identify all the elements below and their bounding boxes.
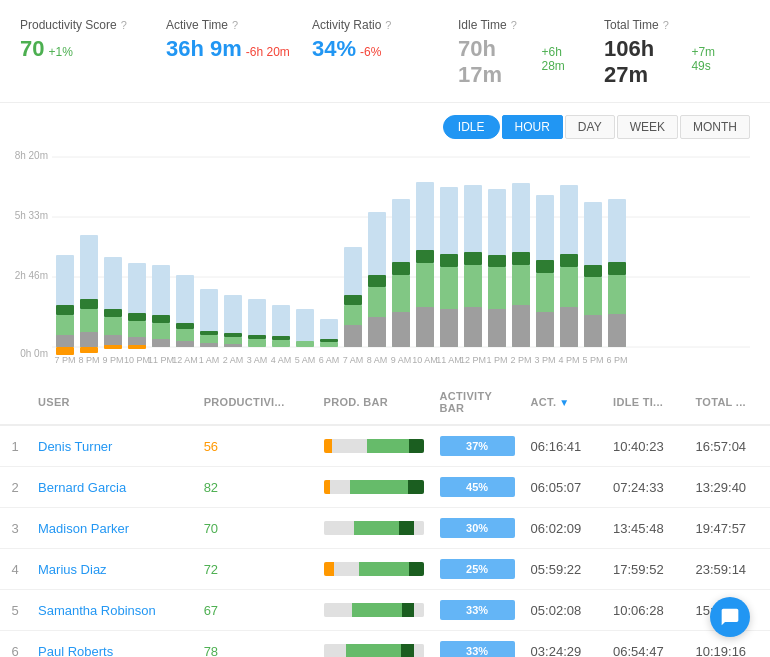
stat-active-time-label: Active Time ? xyxy=(166,18,292,32)
svg-text:9 PM: 9 PM xyxy=(102,355,123,365)
user-name-link[interactable]: Bernard Garcia xyxy=(38,480,126,495)
row-number: 6 xyxy=(0,631,30,658)
th-active-time[interactable]: ACT. ▼ xyxy=(523,380,605,425)
th-activity-bar: ACTIVITY BAR xyxy=(432,380,523,425)
idle-time-value: 10:06:28 xyxy=(605,590,687,631)
user-name-link[interactable]: Madison Parker xyxy=(38,521,129,536)
svg-rect-17 xyxy=(80,347,98,353)
svg-text:7 AM: 7 AM xyxy=(343,355,364,365)
svg-text:12 AM: 12 AM xyxy=(172,355,198,365)
users-table: USER PRODUCTIVI... PROD. BAR ACTIVITY BA… xyxy=(0,380,770,657)
svg-text:0h 0m: 0h 0m xyxy=(20,348,48,359)
active-time-value: 03:24:29 xyxy=(523,631,605,658)
productivity-help-icon[interactable]: ? xyxy=(121,19,127,31)
row-number: 4 xyxy=(0,549,30,590)
svg-text:5 PM: 5 PM xyxy=(582,355,603,365)
activity-bar-cell: 30% xyxy=(432,508,523,549)
activity-bar-cell: 25% xyxy=(432,549,523,590)
idle-time-help-icon[interactable]: ? xyxy=(511,19,517,31)
th-total-time[interactable]: TOTAL ... xyxy=(688,380,771,425)
chart-area: 8h 20m 5h 33m 2h 46m 0h 0m xyxy=(0,147,770,380)
svg-text:10 AM: 10 AM xyxy=(412,355,438,365)
svg-text:8 AM: 8 AM xyxy=(367,355,388,365)
prod-bar-cell xyxy=(316,549,432,590)
activity-percentage: 37% xyxy=(466,440,488,452)
svg-rect-49 xyxy=(272,336,290,340)
svg-rect-98 xyxy=(584,315,602,347)
svg-rect-38 xyxy=(200,331,218,335)
svg-text:11 PM: 11 PM xyxy=(148,355,174,365)
svg-rect-46 xyxy=(248,335,266,339)
total-time-value: 19:47:57 xyxy=(688,508,771,549)
th-prod-bar: PROD. BAR xyxy=(316,380,432,425)
table-row: 4Marius Diaz7225%05:59:2217:59:5223:59:1… xyxy=(0,549,770,590)
btn-week[interactable]: WEEK xyxy=(617,115,678,139)
btn-idle[interactable]: IDLE xyxy=(443,115,500,139)
chat-bubble-button[interactable] xyxy=(710,597,750,637)
svg-rect-93 xyxy=(560,254,578,267)
svg-rect-85 xyxy=(512,252,530,265)
svg-rect-58 xyxy=(344,325,362,347)
th-idle-time[interactable]: IDLE TI... xyxy=(605,380,687,425)
svg-text:8 PM: 8 PM xyxy=(78,355,99,365)
table-row: 2Bernard Garcia8245%06:05:0707:24:3313:2… xyxy=(0,467,770,508)
chat-icon xyxy=(720,607,740,627)
activity-bar-cell: 45% xyxy=(432,467,523,508)
stats-row: Productivity Score ? 70 +1% Active Time … xyxy=(0,0,770,103)
th-num xyxy=(0,380,30,425)
user-name-link[interactable]: Paul Roberts xyxy=(38,644,113,658)
svg-text:7 PM: 7 PM xyxy=(54,355,75,365)
svg-rect-48 xyxy=(272,340,290,347)
svg-text:2 AM: 2 AM xyxy=(223,355,244,365)
svg-rect-90 xyxy=(536,312,554,347)
stat-productivity: Productivity Score ? 70 +1% xyxy=(20,18,166,88)
svg-text:8h 20m: 8h 20m xyxy=(15,150,48,161)
svg-rect-20 xyxy=(104,309,122,317)
table-row: 3Madison Parker7030%06:02:0913:45:4819:4… xyxy=(0,508,770,549)
total-time-value: 13:29:40 xyxy=(688,467,771,508)
th-user[interactable]: USER xyxy=(30,380,196,425)
svg-rect-57 xyxy=(344,295,362,305)
user-name-link[interactable]: Samantha Robinson xyxy=(38,603,156,618)
row-number: 5 xyxy=(0,590,30,631)
user-name-link[interactable]: Denis Turner xyxy=(38,439,112,454)
btn-month[interactable]: MONTH xyxy=(680,115,750,139)
row-number: 3 xyxy=(0,508,30,549)
idle-time-value: 13:45:48 xyxy=(605,508,687,549)
stat-idle-time: Idle Time ? 70h 17m +6h 28m xyxy=(458,18,604,88)
total-time-help-icon[interactable]: ? xyxy=(663,19,669,31)
total-time-value: 16:57:04 xyxy=(688,425,771,467)
user-name-link[interactable]: Marius Diaz xyxy=(38,562,107,577)
active-time-value: 05:02:08 xyxy=(523,590,605,631)
svg-rect-30 xyxy=(152,315,170,323)
svg-rect-34 xyxy=(176,323,194,329)
svg-rect-74 xyxy=(440,309,458,347)
th-productivity[interactable]: PRODUCTIVI... xyxy=(196,380,316,425)
svg-rect-78 xyxy=(464,307,482,347)
svg-rect-15 xyxy=(80,299,98,309)
active-time-value: 05:59:22 xyxy=(523,549,605,590)
svg-rect-73 xyxy=(440,254,458,267)
stat-productivity-label: Productivity Score ? xyxy=(20,18,146,32)
svg-rect-10 xyxy=(56,305,74,315)
svg-text:11 AM: 11 AM xyxy=(436,355,462,365)
activity-ratio-help-icon[interactable]: ? xyxy=(385,19,391,31)
table-row: 6Paul Roberts7833%03:24:2906:54:4710:19:… xyxy=(0,631,770,658)
svg-rect-39 xyxy=(200,343,218,347)
btn-hour[interactable]: HOUR xyxy=(502,115,563,139)
table-row: 5Samantha Robinson6733%05:02:0810:06:281… xyxy=(0,590,770,631)
btn-day[interactable]: DAY xyxy=(565,115,615,139)
productivity-score-value: 82 xyxy=(196,467,316,508)
stat-activity-ratio: Activity Ratio ? 34% -6% xyxy=(312,18,458,88)
idle-time-value: 07:24:33 xyxy=(605,467,687,508)
svg-text:2h 46m: 2h 46m xyxy=(15,270,48,281)
svg-text:6 PM: 6 PM xyxy=(606,355,627,365)
idle-time-value: 10:40:23 xyxy=(605,425,687,467)
productivity-score-value: 56 xyxy=(196,425,316,467)
activity-bar-cell: 33% xyxy=(432,631,523,658)
productivity-score-value: 67 xyxy=(196,590,316,631)
active-time-help-icon[interactable]: ? xyxy=(232,19,238,31)
svg-text:1 PM: 1 PM xyxy=(486,355,507,365)
total-time-value: 23:59:14 xyxy=(688,549,771,590)
svg-text:12 PM: 12 PM xyxy=(460,355,486,365)
